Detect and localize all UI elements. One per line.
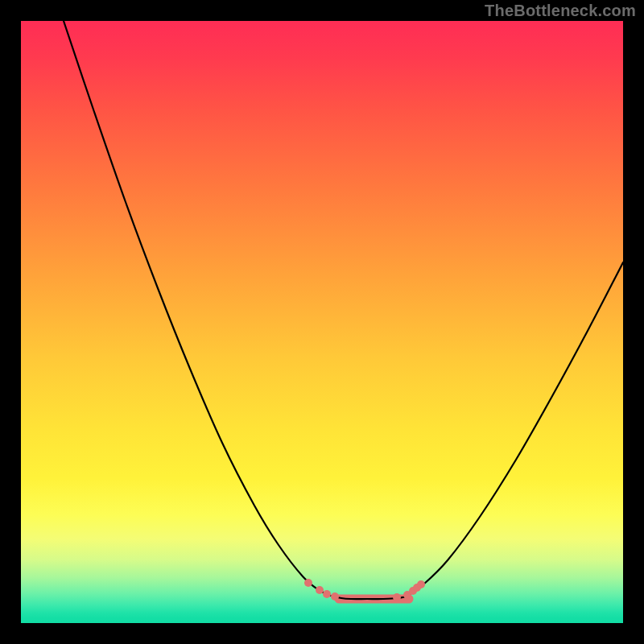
watermark-text: TheBottleneck.com [485,2,636,20]
chart-frame: TheBottleneck.com [0,0,644,644]
plot-area [21,21,623,623]
svg-point-3 [323,590,331,598]
bottleneck-curve [64,21,623,599]
svg-point-2 [316,586,324,594]
svg-point-9 [417,580,425,588]
svg-point-1 [304,579,312,587]
svg-point-4 [331,592,339,601]
svg-point-5 [393,593,401,601]
curve-svg [21,21,623,623]
